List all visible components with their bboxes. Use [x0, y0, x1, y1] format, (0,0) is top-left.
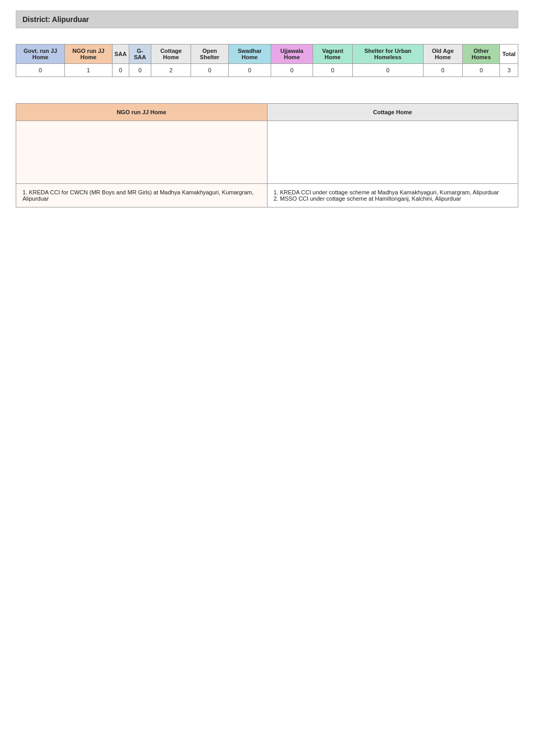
cell-open: 0 — [191, 64, 228, 77]
col-header-vagrant: Vagrant Home — [313, 45, 352, 64]
col-header-saa: SAA — [112, 45, 129, 64]
detail-ngo-header: NGO run JJ Home — [16, 104, 268, 121]
detail-table: NGO run JJ Home Cottage Home 1. KREDA CC… — [16, 103, 518, 207]
cell-ujjawala: 0 — [271, 64, 313, 77]
cell-total: 3 — [500, 64, 518, 77]
col-header-oldage: Old Age Home — [423, 45, 462, 64]
cottage-item-2: 2. MSSO CCI under cottage scheme at Hami… — [274, 195, 461, 202]
detail-ngo-spacer — [16, 121, 268, 184]
ngo-item-1: 1. KREDA CCI for CWCN (MR Boys and MR Gi… — [23, 189, 253, 202]
detail-ngo-content: 1. KREDA CCI for CWCN (MR Boys and MR Gi… — [16, 184, 268, 207]
detail-cottage-header: Cottage Home — [267, 104, 518, 121]
summary-table: Govt. run JJ HomeNGO run JJ HomeSAAG-SAA… — [16, 44, 518, 77]
cell-govt: 0 — [16, 64, 65, 77]
col-header-cottage: Cottage Home — [151, 45, 191, 64]
detail-cottage-spacer — [267, 121, 518, 184]
cell-swadhar: 0 — [228, 64, 271, 77]
col-header-ujjawala: Ujjawala Home — [271, 45, 313, 64]
col-header-gsaa: G-SAA — [129, 45, 151, 64]
col-header-shelter: Shelter for Urban Homeless — [352, 45, 423, 64]
cottage-item-1: 1. KREDA CCI under cottage scheme at Mad… — [274, 189, 499, 195]
cell-gsaa: 0 — [129, 64, 151, 77]
cell-saa: 0 — [112, 64, 129, 77]
cell-vagrant: 0 — [313, 64, 352, 77]
col-header-open: Open Shelter — [191, 45, 228, 64]
district-header: District: Alipurduar — [16, 10, 518, 28]
detail-cottage-content: 1. KREDA CCI under cottage scheme at Mad… — [267, 184, 518, 207]
cell-cottage: 2 — [151, 64, 191, 77]
col-header-swadhar: Swadhar Home — [228, 45, 271, 64]
cell-other: 0 — [462, 64, 499, 77]
col-header-other: Other Homes — [462, 45, 499, 64]
cell-ngo: 1 — [65, 64, 113, 77]
cell-shelter: 0 — [352, 64, 423, 77]
col-header-govt: Govt. run JJ Home — [16, 45, 65, 64]
col-header-ngo: NGO run JJ Home — [65, 45, 113, 64]
col-header-total: Total — [500, 45, 518, 64]
cell-oldage: 0 — [423, 64, 462, 77]
